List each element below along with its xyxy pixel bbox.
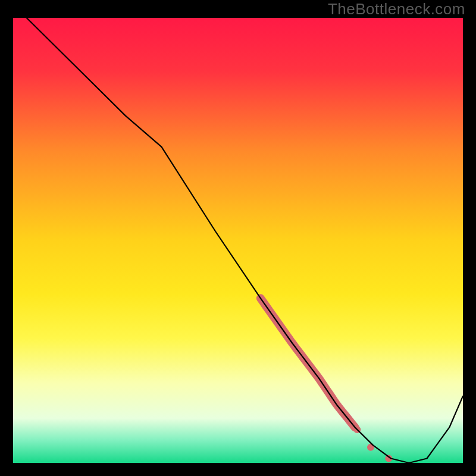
bottleneck-chart bbox=[0, 0, 476, 476]
chart-background bbox=[13, 18, 463, 463]
watermark-text: TheBottleneck.com bbox=[328, 0, 465, 18]
chart-frame: TheBottleneck.com bbox=[0, 0, 476, 476]
